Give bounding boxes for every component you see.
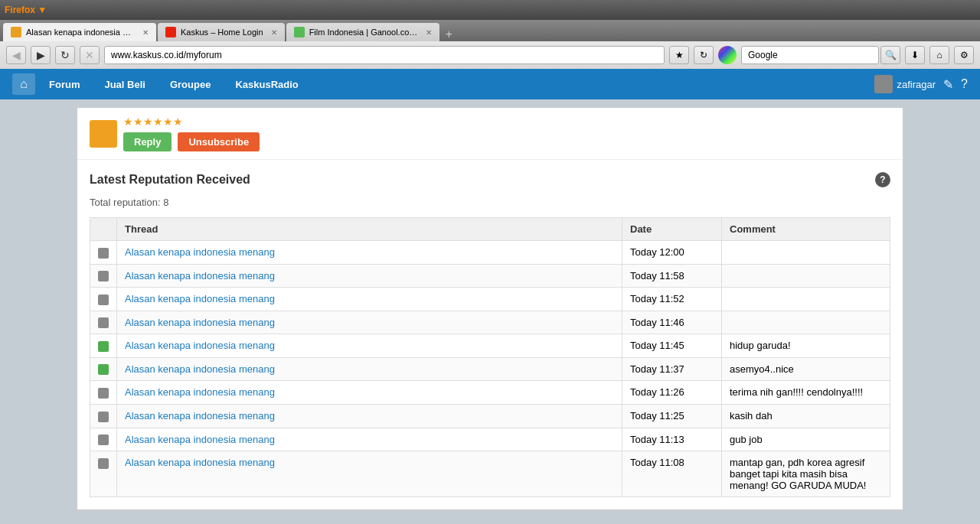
reply-button[interactable]: Reply [123, 132, 172, 151]
search-container: 🔍 [718, 46, 900, 64]
tab-label-1: Alasan kenapa indonesia menang | K... [26, 28, 135, 37]
user-avatar [874, 75, 893, 93]
table-row: Alasan kenapa indonesia menang Today 11:… [90, 264, 890, 288]
top-action-section: ★★★★★★ Reply Unsubscribe [77, 108, 903, 160]
thread-link[interactable]: Alasan kenapa indonesia menang [125, 246, 275, 258]
tab-close-2[interactable]: ✕ [271, 28, 277, 37]
nav-kaskusradio[interactable]: KaskusRadio [224, 74, 309, 95]
row-thread-cell: Alasan kenapa indonesia menang [117, 357, 622, 381]
row-comment-cell: kasih dah [722, 404, 890, 428]
thread-link[interactable]: Alasan kenapa indonesia menang [125, 410, 275, 421]
thread-link[interactable]: Alasan kenapa indonesia menang [125, 317, 275, 328]
rep-status-icon [98, 271, 109, 282]
address-bar[interactable] [104, 46, 665, 64]
thread-link[interactable]: Alasan kenapa indonesia menang [125, 340, 275, 351]
star-icon: ★★★★★★ [123, 116, 183, 128]
edit-icon[interactable]: ✎ [943, 77, 953, 92]
search-button[interactable]: 🔍 [880, 46, 900, 64]
col-thread: Thread [117, 218, 622, 241]
nav-forum[interactable]: Forum [38, 74, 90, 95]
home-nav-button[interactable]: ⌂ [12, 73, 35, 95]
row-date-cell: Today 11:26 [622, 381, 722, 405]
home-button[interactable]: ⌂ [929, 46, 949, 64]
row-date-cell: Today 11:08 [622, 451, 722, 497]
table-row: Alasan kenapa indonesia menang Today 11:… [90, 334, 890, 358]
username: zafiragar [897, 79, 936, 90]
tab-label-2: Kaskus – Home Login [181, 28, 263, 37]
tab-label-3: Film Indonesia | Ganool.com | Page 2 [309, 28, 418, 37]
browser-tabs: Alasan kenapa indonesia menang | K... ✕ … [0, 20, 980, 41]
star-rating: ★★★★★★ [123, 116, 890, 128]
row-thread-cell: Alasan kenapa indonesia menang [117, 288, 622, 311]
new-tab-button[interactable]: + [441, 28, 457, 41]
table-row: Alasan kenapa indonesia menang Today 11:… [90, 357, 890, 381]
row-icon-cell [90, 451, 117, 497]
tab-favicon-2 [165, 27, 176, 37]
tab-1[interactable]: Alasan kenapa indonesia menang | K... ✕ [3, 23, 156, 41]
row-icon-cell [90, 288, 117, 311]
download-button[interactable]: ⬇ [905, 46, 925, 64]
nav-groupee[interactable]: Groupee [159, 74, 221, 95]
refresh-button[interactable]: ↻ [694, 46, 714, 64]
tab-2[interactable]: Kaskus – Home Login ✕ [158, 23, 285, 41]
row-date-cell: Today 12:00 [622, 241, 722, 265]
rep-status-icon [98, 388, 109, 399]
rep-status-icon [98, 317, 109, 328]
row-comment-cell: gub job [722, 428, 890, 451]
forward-button[interactable]: ▶ [31, 46, 51, 64]
thread-link[interactable]: Alasan kenapa indonesia menang [125, 363, 275, 375]
back-button[interactable]: ◀ [6, 46, 26, 64]
row-date-cell: Today 11:25 [622, 404, 722, 428]
bookmark-button[interactable]: ★ [669, 46, 689, 64]
row-icon-cell [90, 357, 117, 381]
row-icon-cell [90, 264, 117, 288]
row-thread-cell: Alasan kenapa indonesia menang [117, 428, 622, 451]
reputation-title: Latest Reputation Received [90, 173, 250, 187]
rep-status-icon [98, 364, 109, 375]
reputation-table: Thread Date Comment Alasan kenapa indone… [90, 217, 890, 497]
rep-status-icon [98, 248, 109, 259]
thread-link[interactable]: Alasan kenapa indonesia menang [125, 270, 275, 282]
reload-button[interactable]: ↻ [55, 46, 75, 64]
tab-close-1[interactable]: ✕ [142, 28, 149, 37]
post-actions: ★★★★★★ Reply Unsubscribe [123, 116, 890, 151]
nav-jualbeli[interactable]: Jual Beli [93, 74, 155, 95]
reputation-help-icon[interactable]: ? [875, 172, 890, 187]
thread-link[interactable]: Alasan kenapa indonesia menang [125, 457, 275, 468]
row-thread-cell: Alasan kenapa indonesia menang [117, 451, 622, 497]
table-row: Alasan kenapa indonesia menang Today 11:… [90, 404, 890, 428]
reputation-section: Latest Reputation Received ? Total reput… [77, 160, 903, 509]
action-buttons: Reply Unsubscribe [123, 132, 890, 151]
stop-button[interactable]: ✕ [80, 46, 100, 64]
row-date-cell: Today 11:45 [622, 334, 722, 358]
row-comment-cell [722, 264, 890, 288]
settings-button[interactable]: ⚙ [954, 46, 974, 64]
row-date-cell: Today 11:58 [622, 264, 722, 288]
search-input[interactable] [741, 46, 879, 64]
table-row: Alasan kenapa indonesia menang Today 11:… [90, 288, 890, 311]
unsubscribe-button[interactable]: Unsubscribe [178, 132, 260, 151]
tab-favicon-1 [11, 27, 21, 37]
row-icon-cell [90, 404, 117, 428]
col-comment: Comment [722, 218, 890, 241]
row-icon-cell [90, 381, 117, 405]
row-comment-cell: terima nih gan!!!! cendolnya!!!! [722, 381, 890, 405]
row-date-cell: Today 11:46 [622, 311, 722, 334]
thread-link[interactable]: Alasan kenapa indonesia menang [125, 434, 275, 445]
browser-window: Firefox ▼ Alasan kenapa indonesia menang… [0, 0, 980, 69]
row-date-cell: Today 11:37 [622, 357, 722, 381]
row-icon-cell [90, 311, 117, 334]
row-thread-cell: Alasan kenapa indonesia menang [117, 404, 622, 428]
tab-3[interactable]: Film Indonesia | Ganool.com | Page 2 ✕ [286, 23, 439, 41]
col-date: Date [622, 218, 722, 241]
row-comment-cell [722, 311, 890, 334]
thread-link[interactable]: Alasan kenapa indonesia menang [125, 386, 275, 398]
row-comment-cell [722, 241, 890, 265]
tab-close-3[interactable]: ✕ [426, 28, 432, 37]
main-content: ★★★★★★ Reply Unsubscribe Latest Reputati… [77, 99, 903, 524]
help-nav-icon[interactable]: ? [961, 77, 968, 91]
rep-status-icon [98, 295, 109, 305]
table-row: Alasan kenapa indonesia menang Today 11:… [90, 451, 890, 497]
total-rep-value: 8 [163, 197, 168, 208]
thread-link[interactable]: Alasan kenapa indonesia menang [125, 293, 275, 304]
